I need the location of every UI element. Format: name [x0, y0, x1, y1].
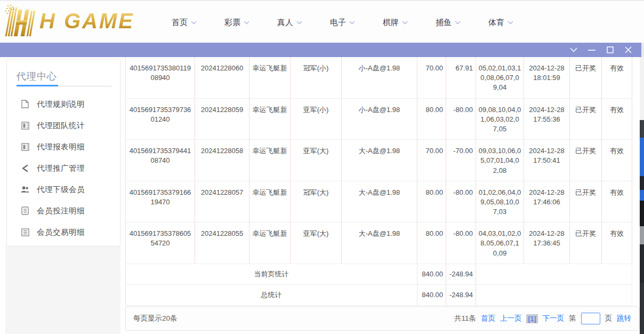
- table-cell: 70.00: [417, 57, 446, 98]
- table-cell: 小-A盘@1.98: [342, 57, 417, 98]
- table-cell: 2024-12-28 17:36:45: [524, 222, 570, 264]
- table-cell: 01,02,06,04,09,05,08,10,07,03: [476, 181, 524, 222]
- table-cell: 幸运飞艇新: [249, 222, 291, 264]
- collapse-button[interactable]: [569, 45, 578, 55]
- table-cell: 09,03,10,06,05,07,01,04,02,08: [476, 140, 524, 181]
- table-cell: 401569173537973601240: [126, 98, 195, 140]
- table-cell: -70.00: [446, 140, 476, 181]
- table-cell: 2024-12-28 18:01:59: [524, 57, 570, 98]
- nav-label: 彩票: [224, 18, 240, 28]
- bet-records-table: 40156917353801190894020241228060幸运飞艇新冠军(…: [125, 57, 632, 306]
- sidebar-item-promotion[interactable]: 代理推广管理: [7, 157, 121, 179]
- maximize-button[interactable]: [605, 45, 615, 55]
- page-number-input[interactable]: [581, 313, 600, 324]
- table-cell: 401569173537860554720: [126, 222, 195, 264]
- first-page-link[interactable]: 首页: [481, 314, 495, 323]
- file-icon: [21, 100, 29, 108]
- table-cell: 20241228058: [195, 140, 249, 181]
- nav-label: 首页: [172, 18, 188, 28]
- nav-item-sports[interactable]: 体育: [488, 18, 513, 28]
- nav-item-slots[interactable]: 电子: [330, 18, 355, 28]
- table-cell: 67.91: [446, 57, 476, 98]
- sidebar-item-label: 代理推广管理: [37, 163, 85, 173]
- nav-label: 捕鱼: [436, 18, 452, 28]
- nav-item-cards[interactable]: 棋牌: [383, 18, 408, 28]
- background-page-strip: [640, 57, 644, 334]
- report-icon: [21, 121, 29, 130]
- sidebar: 代理中心 代理规则说明 代理团队统计 代理报表明细: [6, 59, 120, 246]
- chevron-down-icon: [455, 21, 461, 25]
- table-cell: 20241228057: [195, 181, 249, 222]
- table-cell: 小-A盘@1.98: [342, 98, 417, 140]
- prev-page-link[interactable]: 上一页: [500, 314, 522, 323]
- sidebar-item-label: 会员投注明细: [37, 206, 85, 216]
- table-cell: 幸运飞艇新: [249, 98, 291, 140]
- sidebar-item-team-stats[interactable]: 代理团队统计: [7, 115, 121, 136]
- table-cell: 有效: [602, 140, 632, 181]
- sidebar-item-transaction-detail[interactable]: 会员交易明细: [7, 221, 121, 243]
- table-cell: 已开奖: [570, 222, 602, 264]
- table-cell: 401569173538011908940: [126, 57, 195, 98]
- chevron-down-icon: [508, 21, 513, 25]
- table-cell: 大-A盘@1.98: [342, 181, 417, 222]
- summary-empty: [476, 264, 632, 284]
- minimize-button[interactable]: [587, 45, 597, 55]
- table-cell: 20241228055: [195, 222, 249, 264]
- summary-label: 当前页统计: [126, 264, 417, 284]
- sidebar-item-label: 代理下级会员: [37, 185, 85, 195]
- table-row: 40156917353801190894020241228060幸运飞艇新冠军(…: [126, 57, 632, 98]
- close-button[interactable]: [623, 45, 633, 55]
- chevron-down-icon: [570, 47, 577, 52]
- chevron-down-icon: [402, 21, 408, 25]
- logo-mark-icon: [4, 4, 39, 37]
- table-cell: 80.00: [417, 181, 446, 222]
- chevron-down-icon: [296, 21, 302, 25]
- table-cell: 2024-12-28 17:50:41: [524, 140, 570, 181]
- summary-empty: [476, 285, 632, 306]
- table-row: 40156917353797360124020241228059幸运飞艇新亚军(…: [126, 98, 632, 140]
- site-logo[interactable]: H GAME: [4, 4, 138, 37]
- sidebar-item-bet-detail[interactable]: 会员投注明细: [7, 200, 121, 221]
- maximize-icon: [607, 46, 614, 53]
- report-icon: [21, 142, 29, 151]
- jump-prefix-label: 第: [569, 314, 576, 323]
- sidebar-item-sub-members[interactable]: 代理下级会员: [7, 179, 121, 200]
- table-cell: -80.00: [446, 181, 476, 222]
- nav-item-lottery[interactable]: 彩票: [224, 18, 249, 28]
- table-cell: 401569173537916619470: [126, 181, 195, 222]
- sidebar-item-agent-rules[interactable]: 代理规则说明: [7, 93, 121, 115]
- table-cell: 冠军(小): [291, 57, 342, 98]
- table-cell: 已开奖: [570, 57, 602, 98]
- table-cell: 70.00: [417, 140, 446, 181]
- table-cell: 已开奖: [570, 181, 602, 222]
- summary-amount: 840.00: [417, 264, 446, 284]
- chevron-down-icon: [191, 21, 197, 25]
- table-cell: 亚军(小): [291, 98, 342, 140]
- share-icon: [21, 164, 29, 172]
- nav-item-home[interactable]: 首页: [172, 18, 197, 28]
- close-icon: [625, 46, 632, 53]
- sidebar-menu: 代理规则说明 代理团队统计 代理报表明细 代理推广管理: [7, 93, 121, 243]
- sidebar-backdrop: [5, 245, 120, 334]
- minimize-icon: [588, 49, 595, 51]
- next-page-link[interactable]: 下一页: [543, 314, 565, 323]
- summary-amount: 840.00: [417, 285, 446, 306]
- table-row: 40156917353786055472020241228055幸运飞艇新亚军(…: [126, 222, 632, 264]
- nav-item-live[interactable]: 真人: [277, 18, 302, 28]
- jump-button[interactable]: 跳转: [617, 314, 631, 323]
- table-row: 40156917353791661947020241228057幸运飞艇新冠军(…: [126, 181, 632, 222]
- nav-item-fishing[interactable]: 捕鱼: [436, 18, 461, 28]
- pagination-bar: 每页显示20条 共11条 首页 上一页 [1] 下一页 第 页 跳转: [125, 306, 639, 331]
- summary-row-current-page: 当前页统计 840.00 -248.94: [126, 264, 632, 284]
- summary-result: -248.94: [446, 285, 476, 306]
- table-cell: 幸运飞艇新: [249, 57, 291, 98]
- total-count-label: 共11条: [454, 314, 476, 323]
- sidebar-divider-accent: [17, 85, 58, 86]
- nav-label: 电子: [330, 18, 346, 28]
- table-cell: 80.00: [417, 222, 446, 264]
- table-cell: 2024-12-28 17:55:36: [524, 98, 570, 140]
- table-cell: 已开奖: [570, 140, 602, 181]
- table-cell: 大-A盘@1.98: [342, 222, 417, 264]
- sidebar-item-report-detail[interactable]: 代理报表明细: [7, 136, 121, 157]
- current-page-indicator[interactable]: [1]: [526, 314, 537, 323]
